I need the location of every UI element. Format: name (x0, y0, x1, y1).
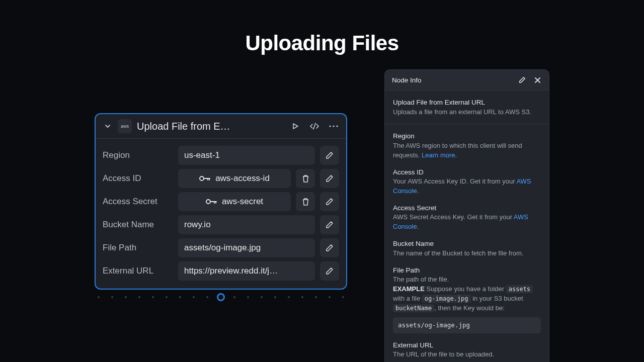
field-label: External URL (103, 266, 173, 276)
edit-button[interactable] (320, 215, 339, 234)
field-row-bucket-name: Bucket Name rowy.io (103, 215, 339, 234)
connector-dot (261, 296, 263, 298)
trash-icon (302, 198, 309, 206)
connector-dot (247, 296, 249, 298)
connector-dot (274, 296, 276, 298)
output-port[interactable] (217, 293, 225, 301)
connector-dot (329, 296, 331, 298)
run-button[interactable] (290, 121, 301, 132)
connector-dot (206, 296, 208, 298)
field-value-bucket-name[interactable]: rowy.io (178, 215, 315, 234)
node-header: aws Upload File from E… (96, 114, 346, 139)
field-value-region[interactable]: us-east-1 (178, 146, 315, 165)
code-block: assets/og-image.jpg (393, 317, 541, 333)
field-value-access-secret[interactable]: aws-secret (178, 192, 291, 211)
inline-code: og-image.jpg (422, 295, 471, 303)
edit-button[interactable] (320, 146, 339, 165)
connector-dot (98, 296, 100, 298)
inline-code: bucketName (393, 304, 434, 312)
edit-button[interactable] (320, 261, 339, 281)
connector-dot (288, 296, 290, 298)
connector-dot (193, 296, 195, 298)
collapse-toggle[interactable] (103, 121, 113, 131)
node-title: Upload File from E… (137, 121, 285, 132)
edit-button[interactable] (320, 238, 339, 257)
ellipsis-icon (329, 125, 338, 127)
info-panel-title: Node Info (392, 76, 422, 84)
field-value-text: aws-secret (222, 197, 263, 207)
connector-dot (233, 296, 235, 298)
pencil-icon (326, 174, 334, 183)
pencil-icon (326, 221, 334, 229)
field-value-access-id[interactable]: aws-access-id (178, 169, 291, 188)
pencil-icon (326, 267, 334, 275)
code-icon (309, 123, 319, 130)
play-icon (292, 123, 299, 130)
field-row-access-id: Access ID aws-access-id (103, 169, 339, 188)
info-section-desc: The AWS region to which this client will… (393, 141, 541, 160)
info-section-desc: Your AWS Access Key ID. Get it from your… (393, 177, 541, 196)
more-button[interactable] (328, 121, 339, 132)
close-icon (534, 77, 541, 83)
info-section-desc: The path of the file. EXAMPLE Suppose yo… (393, 275, 541, 313)
connector-dot (301, 296, 303, 298)
delete-button[interactable] (296, 192, 315, 211)
info-section-desc: AWS Secret Access Key. Get it from your … (393, 213, 541, 232)
field-label: File Path (103, 243, 173, 253)
info-node-title: Upload File from External URL (393, 98, 541, 108)
field-label: Region (103, 150, 173, 160)
divider (385, 124, 549, 124)
connector-dots-row (95, 296, 347, 298)
edit-button[interactable] (320, 169, 339, 188)
node-card: aws Upload File from E… Region us-east-1 (95, 113, 347, 290)
aws-brand-label: aws (121, 124, 129, 129)
info-section-desc: The URL of the file to be uploaded. (393, 350, 541, 359)
connector-dot (152, 296, 154, 298)
learn-more-link[interactable]: Learn more (422, 151, 455, 159)
info-node-subtitle: Uploads a file from an external URL to A… (393, 108, 541, 117)
connector-dot (179, 296, 181, 298)
svg-point-0 (329, 125, 331, 127)
chevron-down-icon (105, 123, 111, 129)
info-panel-header: Node Info (385, 70, 549, 90)
connector-dot (138, 296, 140, 298)
field-row-access-secret: Access Secret aws-secret (103, 192, 339, 211)
edit-button[interactable] (320, 192, 339, 211)
field-label: Bucket Name (103, 220, 173, 230)
info-section-label: Region (393, 131, 541, 141)
connector-dot (125, 296, 127, 298)
field-label: Access Secret (103, 197, 173, 207)
field-row-external-url: External URL https://preview.redd.it/j… (103, 261, 339, 281)
trash-icon (302, 174, 309, 183)
pencil-icon (326, 198, 334, 206)
svg-point-2 (336, 125, 338, 127)
svg-point-4 (206, 200, 210, 204)
info-panel-body: Upload File from External URL Uploads a … (385, 90, 549, 362)
close-info-button[interactable] (533, 75, 542, 84)
delete-button[interactable] (296, 169, 315, 188)
info-section-label: Bucket Name (393, 239, 541, 249)
connector-dot (315, 296, 317, 298)
connector-dot (166, 296, 168, 298)
connector-dot (342, 296, 344, 298)
svg-point-3 (200, 176, 204, 180)
field-value-text: aws-access-id (215, 173, 270, 184)
pencil-icon (519, 76, 526, 83)
field-row-file-path: File Path assets/og-image.jpg (103, 238, 339, 257)
key-icon (206, 198, 217, 205)
field-value-external-url[interactable]: https://preview.redd.it/j… (178, 261, 315, 281)
field-label: Access ID (103, 173, 173, 184)
pencil-icon (326, 151, 334, 159)
code-view-button[interactable] (309, 121, 320, 132)
info-section-label: Access Secret (393, 203, 541, 213)
field-value-file-path[interactable]: assets/og-image.jpg (178, 238, 315, 257)
info-section-label: Access ID (393, 167, 541, 177)
aws-brand-badge: aws (118, 119, 132, 133)
pencil-icon (326, 244, 334, 252)
edit-info-button[interactable] (518, 75, 527, 84)
info-section-label: External URL (393, 340, 541, 350)
info-section-label: File Path (393, 265, 541, 276)
key-icon (199, 175, 210, 182)
svg-point-1 (333, 125, 334, 127)
inline-code: assets (506, 285, 533, 293)
